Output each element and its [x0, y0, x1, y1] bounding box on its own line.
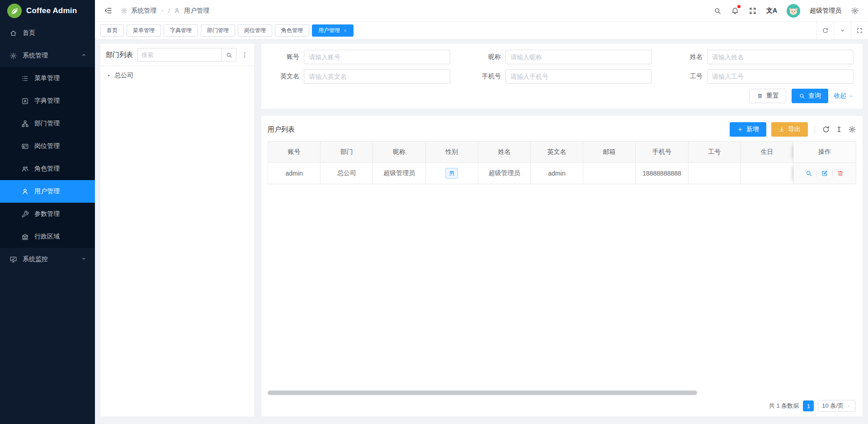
search-icon[interactable] [713, 7, 722, 15]
gear-icon[interactable] [851, 7, 859, 15]
collapse-link-label: 收起 [834, 92, 846, 100]
cell-account: admin [268, 163, 321, 184]
top-header: 系统管理 / 用户管理 文A 超级管理员 [95, 0, 868, 22]
main-content: 部门列表 总公司 账号 昵称 [95, 40, 868, 424]
app-title: Coffee Admin [26, 6, 77, 15]
tab-label: 岗位管理 [244, 27, 266, 34]
dept-panel: 部门列表 总公司 [100, 44, 254, 416]
cell-work-no [689, 163, 741, 184]
tab-post-management[interactable]: 岗位管理 [238, 24, 272, 37]
column-header-work-no[interactable]: 工号 [689, 142, 741, 163]
sidebar-item-dept-management[interactable]: 部门管理 [0, 112, 95, 135]
view-row-icon[interactable] [805, 170, 812, 177]
add-button-label: 新增 [746, 125, 759, 133]
tab-dict-management[interactable]: 字典管理 [164, 24, 198, 37]
column-header-dept[interactable]: 部门 [321, 142, 373, 163]
nickname-field[interactable] [505, 50, 652, 64]
column-header-birthday[interactable]: 生日 [741, 142, 793, 163]
page-number-button[interactable]: 1 [803, 400, 814, 411]
table-empty-area [268, 184, 856, 391]
sidebar-submenu-system: 菜单管理 字典管理 部门管理 岗位管理 角色管理 用户管理 [0, 67, 95, 248]
breadcrumb-section[interactable]: 系统管理 [131, 7, 156, 15]
dept-more-options-icon[interactable] [241, 51, 249, 59]
reset-button[interactable]: 重置 [750, 89, 786, 103]
row-height-icon[interactable] [835, 125, 843, 133]
refresh-tab-icon[interactable] [816, 22, 834, 39]
pagination-total: 共 1 条数据 [769, 402, 799, 410]
breadcrumb: 系统管理 / 用户管理 [121, 7, 209, 15]
sidebar-item-dict-management[interactable]: 字典管理 [0, 90, 95, 112]
close-icon[interactable] [343, 29, 347, 33]
dictionary-icon [21, 97, 29, 105]
tab-options-chevron-icon[interactable] [834, 22, 851, 39]
column-header-gender[interactable]: 性别 [426, 142, 478, 163]
table-row[interactable]: admin 总公司 超级管理员 男 超级管理员 admin 1888888888… [268, 163, 856, 184]
sidebar-item-menu-management[interactable]: 菜单管理 [0, 67, 95, 90]
fullscreen-icon[interactable] [749, 7, 757, 15]
sidebar-collapse-icon[interactable] [104, 6, 113, 15]
maximize-content-icon[interactable] [851, 22, 868, 39]
org-chart-icon [21, 120, 29, 128]
sidebar-item-home[interactable]: 首页 [0, 22, 95, 44]
page-size-select[interactable]: 10 条/页 [818, 400, 855, 412]
sidebar-item-system-management[interactable]: 系统管理 [0, 44, 95, 67]
form-field-work-no: 工号 [674, 69, 854, 84]
export-button[interactable]: 导出 [771, 122, 808, 137]
collapse-form-link[interactable]: 收起 [834, 92, 854, 100]
phone-field[interactable] [505, 69, 652, 84]
english-name-field[interactable] [304, 69, 450, 84]
add-user-button[interactable]: 新增 [730, 122, 766, 137]
column-header-english-name[interactable]: 英文名 [531, 142, 583, 163]
horizontal-scrollbar-thumb[interactable] [268, 391, 697, 395]
tab-label: 部门管理 [207, 27, 229, 34]
dept-search-input[interactable] [137, 48, 221, 62]
column-settings-gear-icon[interactable] [848, 125, 856, 133]
cell-dept: 总公司 [321, 163, 373, 184]
work-no-field[interactable] [707, 69, 854, 84]
wrench-icon [21, 210, 29, 218]
account-field[interactable] [304, 50, 450, 64]
toolbar-divider [815, 126, 815, 133]
tab-role-management[interactable]: 角色管理 [275, 24, 309, 37]
tab-home[interactable]: 首页 [100, 24, 124, 37]
column-header-name[interactable]: 姓名 [478, 142, 531, 163]
tab-label: 菜单管理 [133, 27, 155, 34]
tab-bar: 首页 菜单管理 字典管理 部门管理 岗位管理 角色管理 用户管理 [95, 22, 868, 40]
right-column: 账号 昵称 姓名 英文名 手机号 [261, 44, 863, 416]
app-logo[interactable]: Coffee Admin [0, 0, 95, 22]
tab-dept-management[interactable]: 部门管理 [201, 24, 235, 37]
delete-row-icon[interactable] [837, 170, 844, 177]
column-header-phone[interactable]: 手机号 [636, 142, 688, 163]
open-tabs: 首页 菜单管理 字典管理 部门管理 岗位管理 角色管理 用户管理 [100, 24, 354, 37]
sidebar-item-role-management[interactable]: 角色管理 [0, 157, 95, 180]
translate-icon[interactable]: 文A [766, 7, 777, 15]
dept-panel-header: 部门列表 [100, 44, 254, 66]
column-header-nickname[interactable]: 昵称 [373, 142, 425, 163]
sidebar-item-label: 用户管理 [34, 187, 60, 195]
query-button[interactable]: 查询 [792, 89, 828, 103]
tab-menu-management[interactable]: 菜单管理 [127, 24, 161, 37]
sidebar-item-admin-region[interactable]: 行政区域 [0, 225, 95, 248]
username[interactable]: 超级管理员 [810, 7, 841, 15]
roles-icon [21, 165, 29, 173]
sidebar-item-system-monitor[interactable]: 系统监控 [0, 248, 95, 271]
edit-row-icon[interactable] [821, 170, 828, 177]
sidebar-item-label: 部门管理 [34, 119, 60, 128]
table-toolbar: 用户列表 新增 导出 [268, 121, 856, 138]
sidebar-item-user-management[interactable]: 用户管理 [0, 180, 95, 203]
table-header-row: 账号 部门 昵称 性别 姓名 英文名 邮箱 手机号 工号 生日 操作 [268, 142, 856, 163]
notifications-button[interactable] [731, 7, 739, 15]
name-field[interactable] [707, 50, 854, 64]
sidebar-item-post-management[interactable]: 岗位管理 [0, 135, 95, 157]
dept-search-button[interactable] [221, 48, 236, 62]
refresh-table-icon[interactable] [822, 125, 830, 133]
tree-expand-caret-icon[interactable] [107, 73, 111, 78]
tab-label: 角色管理 [281, 27, 303, 34]
tab-user-management[interactable]: 用户管理 [312, 24, 354, 37]
column-header-account[interactable]: 账号 [268, 142, 321, 163]
tree-node-company[interactable]: 总公司 [107, 71, 248, 80]
form-buttons: 重置 查询 收起 [270, 89, 854, 103]
column-header-email[interactable]: 邮箱 [583, 142, 636, 163]
sidebar-item-param-management[interactable]: 参数管理 [0, 203, 95, 225]
avatar[interactable] [787, 4, 800, 18]
